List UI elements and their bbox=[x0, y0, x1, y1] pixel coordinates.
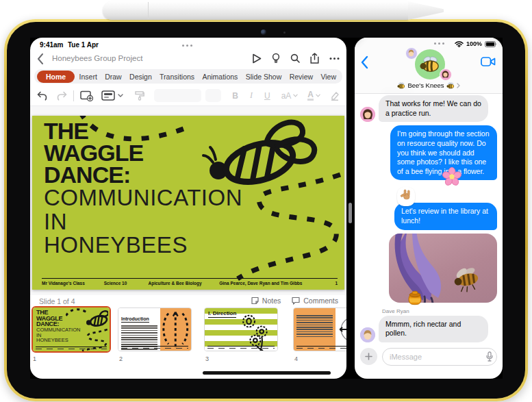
thumbnail-slide-3[interactable]: I. Direction bbox=[204, 307, 278, 351]
search-icon[interactable] bbox=[290, 53, 300, 63]
back-button[interactable] bbox=[37, 53, 44, 67]
battery-icon bbox=[485, 41, 497, 47]
chevron-down-icon[interactable] bbox=[118, 94, 123, 97]
apple-pencil-tip bbox=[408, 1, 444, 20]
comments-button[interactable]: Comments bbox=[292, 297, 338, 305]
footer-page-number: 1 bbox=[335, 281, 338, 286]
photo-message-bee-flower[interactable] bbox=[389, 234, 497, 303]
avatar-dave[interactable] bbox=[360, 327, 375, 342]
slide-canvas[interactable]: THE WAGGLE DANCE: COMMUNICATION IN HONEY… bbox=[30, 106, 346, 295]
bold-button[interactable]: B bbox=[232, 91, 238, 101]
tab-insert[interactable]: Insert bbox=[76, 71, 101, 82]
multitask-dots-icon[interactable] bbox=[182, 45, 192, 47]
message-input-bar bbox=[355, 346, 503, 369]
ideas-lightbulb-icon[interactable] bbox=[272, 53, 280, 64]
notes-icon bbox=[251, 297, 259, 305]
format-painter-icon[interactable] bbox=[134, 90, 144, 101]
slide-subtitle-line: HONEYBEES bbox=[44, 234, 242, 257]
footer-course: Science 10 bbox=[104, 281, 149, 286]
document-title: Honeybees Group Project bbox=[52, 54, 142, 62]
chat-title-row[interactable]: Bee's Knees bbox=[355, 81, 503, 89]
mini-avatar-dave bbox=[405, 47, 418, 60]
powerpoint-window: 9:41am Tue 1 Apr Honeybees Group Project bbox=[30, 38, 346, 379]
received-message-bubble[interactable]: That works for me! We can do a practice … bbox=[379, 95, 488, 122]
formatting-toolbar: B I U aA A bbox=[30, 86, 346, 106]
underline-button[interactable]: U bbox=[264, 91, 270, 101]
honey-pot-sticker-icon[interactable] bbox=[407, 290, 423, 309]
tab-slideshow[interactable]: Slide Show bbox=[242, 71, 286, 82]
slide-thumbnail-strip: THE WAGGLE DANCE: COMMUNICATION IN HONEY… bbox=[30, 307, 346, 365]
undo-icon[interactable] bbox=[37, 91, 47, 101]
font-color-button[interactable]: A bbox=[307, 90, 314, 101]
back-button[interactable] bbox=[360, 55, 368, 72]
status-time: 9:41am bbox=[40, 41, 63, 49]
share-icon[interactable] bbox=[310, 53, 319, 64]
slide-layout-icon[interactable] bbox=[101, 90, 115, 101]
multitask-dots-icon[interactable] bbox=[434, 42, 444, 45]
tab-view[interactable]: View bbox=[317, 71, 340, 82]
sent-message-bubble[interactable]: Let's review in the library at lunch! bbox=[394, 203, 497, 229]
bee-emoji-icon bbox=[446, 82, 455, 89]
add-attachment-button[interactable] bbox=[360, 348, 377, 365]
more-ellipsis-icon[interactable] bbox=[329, 57, 340, 60]
italic-button[interactable]: I bbox=[250, 90, 253, 101]
group-avatar[interactable] bbox=[414, 48, 457, 81]
slide-1[interactable]: THE WAGGLE DANCE: COMMUNICATION IN HONEY… bbox=[32, 116, 344, 290]
new-slide-icon[interactable] bbox=[80, 90, 93, 101]
font-size-field[interactable] bbox=[205, 89, 222, 102]
sender-label: Dave Ryan bbox=[382, 308, 503, 314]
footer-authors: Gina Pearce, Dave Ryan and Tim Gibbs bbox=[219, 281, 335, 286]
notes-button[interactable]: Notes bbox=[251, 297, 281, 305]
home-indicator[interactable] bbox=[203, 371, 331, 375]
slide-footer: Mr Vidanage's Class Science 10 Apicultur… bbox=[42, 278, 338, 286]
flower-doodles-icon bbox=[235, 312, 273, 351]
avatar-gina[interactable] bbox=[360, 107, 375, 122]
microphone-icon[interactable] bbox=[486, 351, 493, 364]
ribbon-tab-bar: Home Insert Draw Design Transitions Anim… bbox=[34, 69, 342, 84]
thumbnail-slide-1[interactable]: THE WAGGLE DANCE: COMMUNICATION IN HONEY… bbox=[31, 306, 111, 353]
footer-class: Mr Vidanage's Class bbox=[42, 281, 104, 286]
tab-design[interactable]: Design bbox=[126, 71, 155, 82]
status-cluster: 100% bbox=[455, 40, 497, 47]
tab-transitions[interactable]: Transitions bbox=[156, 71, 198, 82]
slide-count-label: Slide 1 of 4 bbox=[39, 297, 75, 305]
highlighter-icon[interactable] bbox=[330, 91, 340, 101]
text-size-button[interactable]: aA bbox=[281, 91, 292, 101]
angle-diagram-icon bbox=[335, 308, 346, 351]
mini-avatar-gina bbox=[440, 68, 452, 81]
messages-header: 100% bbox=[355, 38, 503, 94]
chat-title: Bee's Knees bbox=[407, 81, 444, 89]
tab-review[interactable]: Review bbox=[286, 71, 316, 82]
thumbnail-heading: I. Direction bbox=[208, 311, 236, 318]
redo-icon[interactable] bbox=[57, 91, 67, 101]
slide-title-block[interactable]: THE WAGGLE DANCE: COMMUNICATION IN HONEY… bbox=[44, 121, 242, 257]
wifi-icon bbox=[455, 41, 464, 47]
present-button[interactable] bbox=[252, 53, 262, 64]
comments-icon bbox=[292, 297, 300, 305]
facetime-video-icon[interactable] bbox=[481, 57, 496, 69]
font-name-field[interactable] bbox=[154, 89, 201, 102]
bee-flower-photo bbox=[389, 234, 497, 303]
received-message-bubble[interactable]: Mmmm, rich nectar and pollen. bbox=[379, 316, 488, 342]
ipad-screen: 9:41am Tue 1 Apr Honeybees Group Project bbox=[30, 38, 503, 379]
imessage-input[interactable] bbox=[382, 348, 497, 366]
messages-window: Gina Pearce That works for me! We can do… bbox=[355, 38, 503, 379]
tab-animations[interactable]: Animations bbox=[199, 71, 241, 82]
chevron-down-icon[interactable] bbox=[316, 94, 320, 97]
powerpoint-navbar: Honeybees Group Project bbox=[30, 51, 346, 68]
sent-message-bubble[interactable]: I'm going through the section on resourc… bbox=[390, 125, 497, 180]
plus-icon bbox=[365, 353, 372, 360]
ipad-bezel: 9:41am Tue 1 Apr Honeybees Group Project bbox=[7, 22, 525, 399]
thumbnail-slide-2[interactable]: Introduction bbox=[118, 307, 192, 351]
thumbnail-number: 4 bbox=[294, 355, 298, 362]
battery-percent: 100% bbox=[466, 40, 482, 47]
ipad-device: 9:41am Tue 1 Apr Honeybees Group Project bbox=[4, 19, 528, 401]
splitview-divider-handle[interactable] bbox=[349, 203, 352, 223]
front-camera bbox=[261, 29, 266, 35]
chevron-down-icon[interactable] bbox=[293, 94, 298, 97]
flower-sticker-icon[interactable] bbox=[442, 167, 461, 189]
thumbnail-slide-4[interactable] bbox=[293, 307, 346, 351]
tab-draw[interactable]: Draw bbox=[101, 71, 125, 82]
love-you-hand-sticker-icon[interactable] bbox=[397, 187, 415, 206]
tab-home[interactable]: Home bbox=[37, 71, 75, 83]
